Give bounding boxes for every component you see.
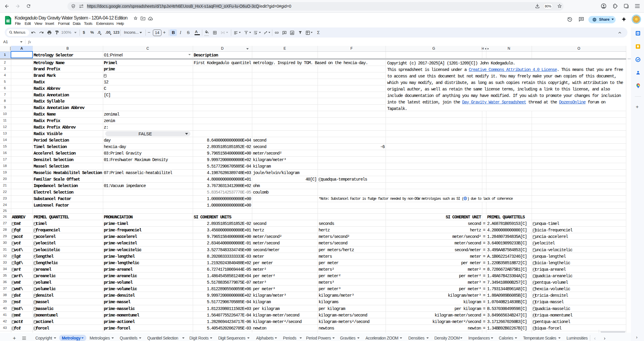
svg-text:31: 31 [637, 32, 639, 34]
